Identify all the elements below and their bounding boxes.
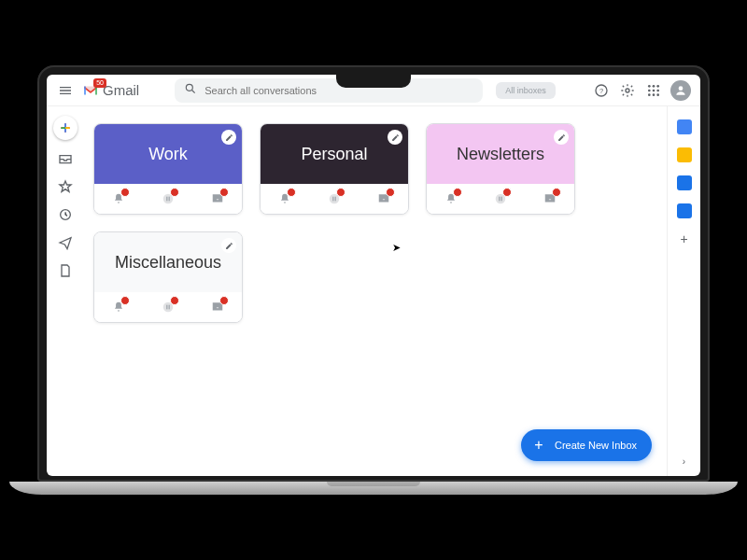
inbox-card-miscellaneous[interactable]: Miscellaneous [93, 231, 243, 323]
svg-point-11 [648, 93, 651, 96]
svg-rect-23 [499, 197, 500, 202]
card-title: Newsletters [457, 145, 544, 164]
header-right: ? [592, 80, 691, 101]
inbox-cards-grid: WorkPersonalNewslettersMiscellaneous [93, 123, 657, 323]
edit-card-icon[interactable] [554, 130, 569, 145]
svg-point-13 [656, 93, 659, 96]
gmail-logo[interactable]: 50 Gmail [82, 82, 139, 98]
all-inboxes-filter[interactable]: All inboxes [496, 82, 556, 99]
badge-dot [120, 296, 130, 305]
inbox-tray-icon[interactable] [209, 299, 226, 315]
paused-icon[interactable] [492, 190, 509, 207]
paused-icon[interactable] [326, 190, 343, 207]
svg-point-5 [648, 85, 651, 88]
svg-point-4 [626, 89, 629, 92]
svg-rect-27 [169, 305, 170, 310]
edit-card-icon[interactable] [221, 238, 236, 253]
badge-dot [287, 188, 296, 197]
calendar-app-icon[interactable] [677, 119, 692, 134]
screen: 50 Gmail All inboxes ? [47, 75, 700, 476]
right-side-panel: + › [667, 106, 700, 476]
badge-dot [453, 188, 462, 197]
unread-badge: 50 [93, 78, 106, 88]
badge-dot [219, 296, 229, 305]
sent-icon[interactable] [56, 233, 75, 252]
card-footer [94, 292, 242, 322]
card-title: Work [148, 145, 188, 164]
badge-dot [170, 188, 179, 197]
svg-point-14 [679, 86, 684, 91]
account-avatar[interactable] [670, 80, 691, 101]
support-icon[interactable]: ? [592, 81, 611, 100]
collapse-panel-icon[interactable]: › [683, 456, 685, 467]
create-new-inbox-button[interactable]: + Create New Inbox [521, 429, 652, 461]
card-title: Personal [301, 145, 367, 164]
svg-rect-20 [332, 197, 333, 202]
main-menu-icon[interactable] [56, 81, 75, 100]
drafts-icon[interactable] [56, 261, 75, 280]
fab-label: Create New Inbox [555, 440, 637, 451]
svg-rect-21 [335, 197, 336, 202]
search-bar[interactable] [175, 78, 483, 103]
inbox-tray-icon[interactable] [542, 190, 558, 207]
svg-point-8 [648, 89, 651, 91]
svg-line-1 [192, 91, 195, 93]
settings-gear-icon[interactable] [618, 81, 637, 100]
svg-rect-18 [169, 197, 170, 202]
svg-point-6 [653, 85, 655, 88]
edit-card-icon[interactable] [221, 130, 236, 145]
card-footer [427, 184, 574, 214]
inbox-icon[interactable] [56, 149, 75, 168]
search-icon [184, 82, 197, 98]
add-app-icon[interactable]: + [680, 231, 687, 246]
badge-dot [502, 188, 512, 197]
gmail-m-icon: 50 [82, 84, 99, 97]
card-footer [261, 184, 408, 214]
laptop-frame: 50 Gmail All inboxes ? [37, 65, 710, 495]
badge-dot [120, 188, 130, 197]
app-name: Gmail [103, 82, 139, 98]
paused-icon[interactable] [160, 190, 176, 207]
screen-bezel: 50 Gmail All inboxes ? [37, 65, 710, 482]
svg-rect-26 [166, 305, 167, 310]
inbox-tray-icon[interactable] [375, 190, 392, 207]
badge-dot [170, 296, 179, 305]
card-header: Personal [261, 124, 408, 184]
badge-dot [336, 188, 345, 197]
paused-icon[interactable] [160, 299, 176, 315]
inbox-tray-icon[interactable] [209, 190, 226, 207]
keep-app-icon[interactable] [677, 147, 692, 162]
badge-dot [219, 188, 229, 197]
notifications-icon[interactable] [110, 299, 127, 315]
left-nav-rail [47, 106, 84, 476]
card-footer [94, 184, 242, 214]
contacts-app-icon[interactable] [677, 203, 692, 218]
starred-icon[interactable] [56, 177, 75, 196]
compose-button[interactable] [53, 116, 78, 140]
inbox-card-personal[interactable]: Personal [260, 123, 409, 215]
snoozed-icon[interactable] [56, 205, 75, 224]
plus-icon: + [530, 437, 547, 454]
laptop-base [9, 482, 738, 495]
search-input[interactable] [204, 85, 473, 96]
edit-card-icon[interactable] [388, 130, 402, 145]
card-header: Work [94, 124, 242, 184]
svg-point-7 [656, 85, 659, 88]
notifications-icon[interactable] [276, 190, 293, 207]
tasks-app-icon[interactable] [677, 175, 692, 190]
badge-dot [386, 188, 395, 197]
svg-point-12 [653, 93, 655, 96]
gmail-body: WorkPersonalNewslettersMiscellaneous ➤ +… [47, 106, 700, 476]
apps-grid-icon[interactable] [644, 81, 663, 100]
card-header: Miscellaneous [94, 232, 242, 292]
notifications-icon[interactable] [443, 190, 459, 207]
card-header: Newsletters [427, 124, 574, 184]
svg-rect-17 [166, 197, 167, 202]
notifications-icon[interactable] [110, 190, 127, 207]
inbox-card-newsletters[interactable]: Newsletters [426, 123, 575, 215]
inbox-card-work[interactable]: Work [93, 123, 243, 215]
svg-point-9 [653, 89, 655, 91]
laptop-notch [336, 75, 411, 88]
svg-rect-24 [501, 197, 502, 202]
svg-point-0 [187, 84, 193, 91]
